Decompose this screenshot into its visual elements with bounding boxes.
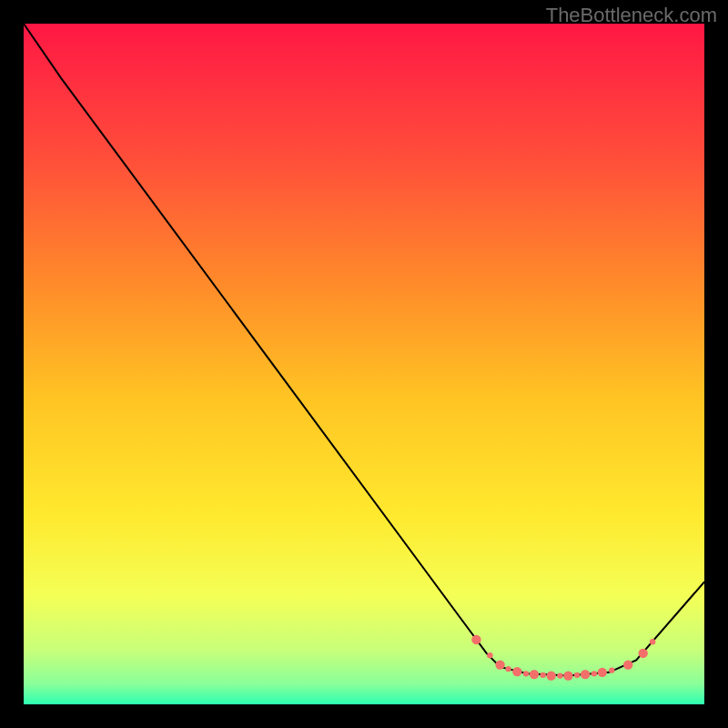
data-marker [557, 672, 562, 678]
plot-area [24, 24, 704, 704]
data-marker [471, 635, 480, 644]
data-marker [609, 667, 614, 672]
chart-background [24, 24, 704, 704]
data-marker [547, 671, 556, 680]
data-marker [530, 670, 539, 679]
data-marker [598, 668, 607, 677]
data-marker [487, 652, 492, 658]
data-marker [512, 667, 521, 676]
data-marker [638, 649, 647, 658]
data-marker [523, 671, 529, 676]
data-marker [574, 672, 580, 678]
data-marker [623, 660, 632, 669]
chart-svg [24, 24, 704, 704]
data-marker [563, 671, 572, 680]
attribution-text: TheBottleneck.com [546, 4, 717, 27]
data-marker [592, 671, 597, 676]
data-marker [541, 672, 546, 678]
data-marker [505, 666, 511, 672]
data-marker [581, 670, 590, 679]
data-marker [495, 660, 504, 669]
data-marker [650, 639, 655, 644]
